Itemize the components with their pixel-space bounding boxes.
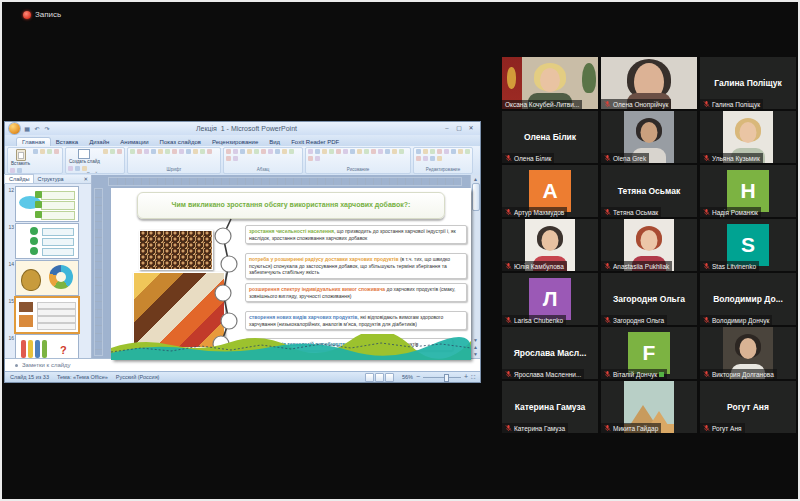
ribbon-tab-3[interactable]: Анимации [115,138,153,146]
panel-close-icon[interactable]: ✕ [80,176,91,182]
participant-tile[interactable]: FВіталій Дончук [601,327,697,379]
ribbon-tool-icon[interactable] [315,149,320,154]
ribbon-tool-icon[interactable] [350,149,355,154]
scroll-up-icon[interactable]: ▲ [473,176,478,182]
ribbon-tool-icon[interactable] [308,156,313,161]
ribbon-tool-icon[interactable] [416,149,421,154]
scrollbar-thumb[interactable] [472,183,480,211]
participant-tile[interactable]: Загородня ОльгаЗагородня Ольга [601,273,697,325]
ribbon-tool-icon[interactable] [371,149,376,154]
ribbon-tool-icon[interactable] [437,149,442,154]
ribbon-tool-icon[interactable] [54,149,59,154]
ribbon-tab-4[interactable]: Показ слайдов [155,138,206,146]
ribbon-tool-icon[interactable] [68,166,73,171]
ribbon-tool-icon[interactable] [103,149,108,154]
ribbon-tool-icon[interactable] [357,149,362,154]
ribbon-tab-0[interactable]: Главная [17,138,50,146]
participant-tile[interactable]: Микита Гайдар [601,381,697,433]
ribbon-tool-icon[interactable] [430,156,435,161]
ribbon-tool-icon[interactable] [444,149,449,154]
ribbon-tool-icon[interactable] [378,149,383,154]
ribbon-tool-icon[interactable] [193,149,198,154]
ribbon-tool-icon[interactable] [226,149,231,154]
ribbon-tool-icon[interactable] [110,149,115,154]
ribbon-tool-icon[interactable] [282,149,287,154]
ribbon-tab-1[interactable]: Вставка [51,138,83,146]
scroll-down-icon[interactable]: ▼ [473,337,478,343]
ribbon-tool-icon[interactable] [207,149,212,154]
participant-tile[interactable]: Olena Grek [601,111,697,163]
zoom-slider[interactable] [423,377,461,378]
participant-tile[interactable]: Anastasiia Pukhliak [601,219,697,271]
ribbon-tool-icon[interactable] [130,149,135,154]
ribbon-tool-icon[interactable] [329,149,334,154]
fit-to-window-icon[interactable]: ⛶ [471,374,475,381]
ribbon-tool-icon[interactable] [240,149,245,154]
ribbon-tool-icon[interactable] [75,166,80,171]
slide-bullet-item[interactable]: створення нових видів харчових продуктів… [245,311,467,330]
ribbon-tool-icon[interactable] [233,156,238,161]
slide-sorter-icon[interactable] [375,373,384,382]
office-button-icon[interactable] [9,123,20,134]
ribbon-tool-icon[interactable] [200,149,205,154]
participant-tile[interactable]: ААртур Махмудов [502,165,598,217]
ribbon-tool-icon[interactable] [40,149,45,154]
ribbon-tool-icon[interactable] [144,149,149,154]
normal-view-icon[interactable] [365,373,374,382]
ribbon-tool-icon[interactable] [117,149,122,154]
slide-thumbnail[interactable]: 16? [7,335,89,358]
ribbon-tool-icon[interactable] [261,149,266,154]
slide-bullet-item[interactable]: зростання чисельності населення, що приз… [245,225,467,244]
ribbon-tool-icon[interactable] [322,149,327,154]
participant-tile[interactable]: Тетяна ОсьмакТетяна Осьмак [601,165,697,217]
participant-tile[interactable]: SStas Litvinenko [700,219,796,271]
slide-thumbnail[interactable]: 15 [7,298,89,332]
ribbon-tool-icon[interactable] [247,149,252,154]
ribbon-tool-icon[interactable] [226,156,231,161]
ribbon-tool-icon[interactable] [423,149,428,154]
panel-tab-1[interactable]: Структура [33,175,67,183]
ribbon-tool-icon[interactable] [423,156,428,161]
ribbon-tool-icon[interactable] [10,168,15,173]
ribbon-tool-icon[interactable] [451,149,456,154]
participant-tile[interactable]: ЛLarisa Chubenko [502,273,598,325]
ribbon-tool-icon[interactable] [343,149,348,154]
ribbon-tool-icon[interactable] [233,149,238,154]
ribbon-tool-icon[interactable] [308,149,313,154]
paste-button[interactable]: Вставить [10,149,31,166]
ribbon-tab-6[interactable]: Вид [264,138,285,146]
close-button[interactable]: ✕ [466,125,476,133]
ribbon-tool-icon[interactable] [158,149,163,154]
ribbon-tool-icon[interactable] [385,149,390,154]
redo-icon[interactable]: ↷ [43,125,51,133]
ribbon-tool-icon[interactable] [186,149,191,154]
ribbon-tool-icon[interactable] [315,156,320,161]
ribbon-tab-5[interactable]: Рецензирование [207,138,263,146]
ribbon-tool-icon[interactable] [437,156,442,161]
zoom-in-icon[interactable]: + [464,374,468,380]
ribbon-tool-icon[interactable] [33,149,38,154]
participant-tile[interactable]: Ярослава Масл...Ярослава Масленни... [502,327,598,379]
ribbon-tool-icon[interactable] [465,149,470,154]
ribbon-tab-2[interactable]: Дизайн [84,138,114,146]
participant-tile[interactable]: Оксана Кочубей-Литви... [502,57,598,109]
ribbon-tool-icon[interactable] [275,149,280,154]
minimize-button[interactable]: – [442,125,452,133]
slideshow-icon[interactable] [385,373,394,382]
ribbon-tool-icon[interactable] [268,149,273,154]
new-slide-button[interactable]: Создать слайд [68,149,101,164]
slide-bullet-item[interactable]: розширення спектру індивідуальних вимог … [245,283,467,302]
recording-indicator[interactable]: Запись [18,8,66,21]
zoom-slider-thumb[interactable] [444,374,449,382]
participant-tile[interactable]: ННадія Романюк [700,165,796,217]
slide-bullet-item[interactable]: потреба у розширенні радіусу доставки ха… [245,253,467,279]
ribbon-tool-icon[interactable] [392,149,397,154]
restore-button[interactable]: ▢ [454,125,464,133]
participant-tile[interactable]: Володимир До...Володимир Дончук [700,273,796,325]
ribbon-tool-icon[interactable] [416,156,421,161]
ribbon-tool-icon[interactable] [179,149,184,154]
slide-thumbnail[interactable]: 13 [7,224,89,258]
undo-icon[interactable]: ↶ [33,125,41,133]
ribbon-tool-icon[interactable] [151,149,156,154]
ribbon-tool-icon[interactable] [364,149,369,154]
